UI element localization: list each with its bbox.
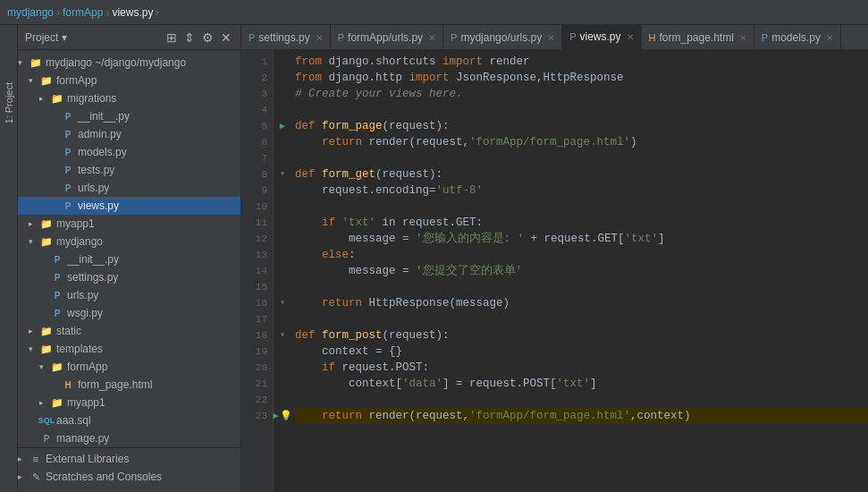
tree-item-myapp1[interactable]: ▸ 📁 myapp1 xyxy=(18,215,240,233)
code-line-2: from django.http import JsonResponse,Htt… xyxy=(295,70,868,86)
gutter-13 xyxy=(274,247,291,263)
tree-item-formapp[interactable]: ▾ 📁 formApp xyxy=(18,72,240,89)
main-layout: 1: Project Project ▾ ⊞ ⇕ ⚙ ✕ ▾ 📁 mydjang… xyxy=(0,25,868,492)
gutter-6 xyxy=(274,134,291,150)
tree-label-manage: manage.py xyxy=(56,432,109,445)
gutter-10 xyxy=(274,199,291,215)
tree-label-formapp-tpl: formApp xyxy=(67,361,107,373)
tree-item-admin[interactable]: P admin.py xyxy=(18,125,240,143)
tree-item-models[interactable]: P models.py xyxy=(18,143,240,161)
breadcrumb-viewspy: views.py xyxy=(112,6,153,19)
tree-item-settings[interactable]: P settings.py xyxy=(18,268,240,286)
tree-label-myapp1: myapp1 xyxy=(56,217,95,230)
tree-item-ext-libs[interactable]: ▸ ≡ External Libraries xyxy=(18,450,240,468)
py-icon-settings: P xyxy=(50,270,64,284)
tree-item-mydjango-pkg[interactable]: ▾ 📁 mydjango xyxy=(18,233,240,250)
close-tab-views[interactable]: ✕ xyxy=(627,32,634,42)
code-line-12: message = '您输入的内容是: ' + request.GET['txt… xyxy=(295,231,868,247)
close-tab-mydjangourls[interactable]: ✕ xyxy=(547,33,554,43)
tree-label-scratches: Scratches and Consoles xyxy=(46,471,162,483)
sidebar-bottom: ▸ ≡ External Libraries ▸ ✎ Scratches and… xyxy=(18,447,240,488)
py-icon-tab-settings: P xyxy=(249,32,255,43)
tree-item-wsgi[interactable]: P wsgi.py xyxy=(18,304,240,322)
tree-item-urls-mydjango[interactable]: P urls.py xyxy=(18,286,240,304)
close-tab-formurls[interactable]: ✕ xyxy=(428,33,435,43)
arrow-scratches: ▸ xyxy=(18,472,29,481)
gutter: ▶ ▾ ▾ ▾ ▶💡 xyxy=(274,50,291,492)
editor-area: P settings.py ✕ P formApp/urls.py ✕ P my… xyxy=(241,25,868,492)
editor-content[interactable]: 12345 678910 1112131415 1617181920 21222… xyxy=(241,50,868,492)
fold-marker-8[interactable]: ▾ xyxy=(280,166,285,182)
arrow-mydjango: ▾ xyxy=(18,58,29,67)
tree-item-form-page-html[interactable]: H form_page.html xyxy=(18,376,240,394)
sql-icon-aaa: SQL xyxy=(39,413,54,428)
close-sidebar-button[interactable]: ✕ xyxy=(219,30,233,45)
tree-label-urls-mydjango: urls.py xyxy=(67,289,98,301)
tab-formurls[interactable]: P formApp/urls.py ✕ xyxy=(331,25,443,50)
fold-marker-16[interactable]: ▾ xyxy=(280,295,285,311)
tab-label-settings: settings.py xyxy=(258,31,309,44)
scroll-to-action[interactable]: ⇕ xyxy=(182,30,197,45)
tree-item-templates[interactable]: ▾ 📁 templates xyxy=(18,340,240,358)
close-tab-settings[interactable]: ✕ xyxy=(316,33,323,43)
breadcrumb-formapp[interactable]: formApp xyxy=(63,6,103,19)
folder-icon-mydjango-pkg: 📁 xyxy=(39,234,54,249)
tab-label-views: views.py xyxy=(580,30,621,43)
close-tab-form-page[interactable]: ✕ xyxy=(739,33,746,43)
code-line-23: return render(request,'formApp/form_page… xyxy=(295,408,868,424)
folder-icon-mydjango: 📁 xyxy=(29,55,43,70)
tree-item-aaa-sql[interactable]: SQL aaa.sql xyxy=(18,411,240,429)
code-line-6: return render(request,'formApp/form_page… xyxy=(295,134,868,150)
arrow-templates: ▾ xyxy=(29,344,39,353)
tab-mydjangourls[interactable]: P mydjango/urls.py ✕ xyxy=(443,25,562,50)
gutter-3 xyxy=(274,86,291,102)
tree-item-myapp1-tpl[interactable]: ▸ 📁 myapp1 xyxy=(18,394,240,411)
tab-views[interactable]: P views.py ✕ xyxy=(562,25,641,50)
arrow-myapp1-tpl: ▸ xyxy=(39,398,50,407)
code-line-10 xyxy=(295,199,868,215)
code-line-15 xyxy=(295,279,868,295)
tree-label-views: views.py xyxy=(78,199,119,212)
tree-label-wsgi: wsgi.py xyxy=(67,307,103,319)
collapse-all-button[interactable]: ⊞ xyxy=(164,30,179,45)
folder-icon-static: 📁 xyxy=(39,324,54,338)
tab-bar: P settings.py ✕ P formApp/urls.py ✕ P my… xyxy=(241,25,868,50)
code-line-1: from django.shortcuts import render xyxy=(295,54,868,70)
code-editor[interactable]: from django.shortcuts import render from… xyxy=(291,50,868,492)
tree-label-tests: tests.py xyxy=(78,164,114,176)
py-icon-models: P xyxy=(61,145,75,159)
tree-item-migrations[interactable]: ▸ 📁 migrations xyxy=(18,89,240,107)
code-line-3: # Create your views here. xyxy=(295,86,868,102)
breadcrumb-bar: mydjango › formApp › views.py › xyxy=(0,0,868,25)
tree-item-manage[interactable]: P manage.py xyxy=(18,429,240,447)
tree-item-scratches[interactable]: ▸ ✎ Scratches and Consoles xyxy=(18,468,240,486)
tree-item-views[interactable]: P views.py xyxy=(18,197,240,215)
arrow-migrations: ▸ xyxy=(39,94,50,103)
settings-gear-icon[interactable]: ⚙ xyxy=(200,30,215,45)
tree-item-tests[interactable]: P tests.py xyxy=(18,161,240,179)
breadcrumb-mydjango[interactable]: mydjango xyxy=(7,6,54,19)
tree-item-init-formapp[interactable]: P __init__.py xyxy=(18,107,240,125)
code-line-14: message = '您提交了空的表单' xyxy=(295,263,868,279)
project-tab-label[interactable]: 1: Project xyxy=(2,79,16,127)
tab-models[interactable]: P models.py ✕ xyxy=(754,25,841,50)
tab-label-mydjangourls: mydjango/urls.py xyxy=(460,31,542,44)
tree-item-init-mydjango[interactable]: P __init__.py xyxy=(18,250,240,268)
tree-item-mydjango-root[interactable]: ▾ 📁 mydjango ~/django/mydjango xyxy=(18,54,240,72)
py-icon-tab-formurls: P xyxy=(338,32,344,43)
tree-item-formapp-tpl[interactable]: ▾ 📁 formApp xyxy=(18,358,240,376)
close-tab-models[interactable]: ✕ xyxy=(826,33,833,43)
tree-item-static[interactable]: ▸ 📁 static xyxy=(18,322,240,340)
arrow-ext-libs: ▸ xyxy=(18,454,29,463)
tree-item-urls-formapp[interactable]: P urls.py xyxy=(18,179,240,197)
tree-label-form-page-html: form_page.html xyxy=(78,378,152,391)
gutter-8: ▾ xyxy=(274,166,291,182)
gutter-14 xyxy=(274,263,291,279)
fold-marker-18[interactable]: ▾ xyxy=(280,327,285,344)
tab-form-page[interactable]: H form_page.html ✕ xyxy=(642,25,754,50)
tab-settings[interactable]: P settings.py ✕ xyxy=(241,25,331,50)
code-line-16: return HttpResponse(message) xyxy=(295,295,868,311)
gutter-9 xyxy=(274,182,291,199)
code-line-4 xyxy=(295,102,868,118)
tree-label-admin: admin.py xyxy=(78,128,122,140)
